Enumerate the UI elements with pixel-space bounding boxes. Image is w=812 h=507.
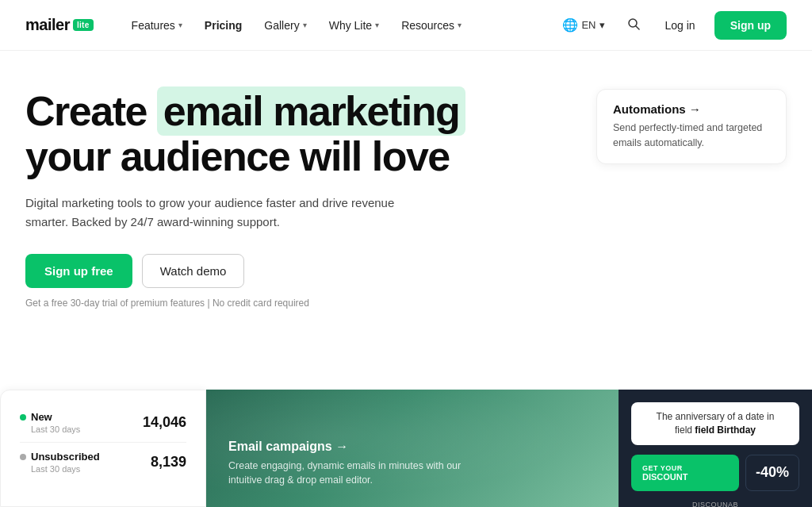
discount-bottom-label: DISCOUNAB bbox=[631, 501, 799, 507]
nav-item-pricing[interactable]: Pricing bbox=[195, 13, 251, 38]
hero-subtext: Digital marketing tools to grow your aud… bbox=[25, 194, 438, 232]
discount-row: GET YOUR DISCOUNT -40% bbox=[631, 455, 799, 491]
email-campaigns-description: Create engaging, dynamic emails in minut… bbox=[228, 459, 482, 489]
stat-sublabel-new: Last 30 days bbox=[20, 424, 80, 434]
stat-label-unsub: Unsubscribed bbox=[20, 451, 100, 463]
email-campaigns-title: Email campaigns → bbox=[228, 440, 596, 454]
stats-panel: New Last 30 days 14,046 Unsubscribed Las… bbox=[0, 390, 206, 507]
nav-item-gallery[interactable]: Gallery ▾ bbox=[255, 13, 316, 38]
nav-item-resources[interactable]: Resources ▾ bbox=[392, 13, 471, 38]
svg-line-1 bbox=[636, 26, 639, 29]
logo[interactable]: mailer lite bbox=[25, 16, 94, 34]
chevron-down-icon: ▾ bbox=[178, 21, 182, 29]
discount-get-label: GET YOUR bbox=[642, 464, 728, 472]
signup-free-button[interactable]: Sign up free bbox=[25, 254, 132, 288]
stat-row-unsub: Unsubscribed Last 30 days 8,139 bbox=[20, 442, 186, 482]
stat-sublabel-unsub: Last 30 days bbox=[20, 464, 100, 474]
nav-item-why-lite[interactable]: Why Lite ▾ bbox=[320, 13, 389, 38]
language-selector[interactable]: 🌐 EN ▾ bbox=[556, 13, 611, 37]
stat-value-unsub: 8,139 bbox=[151, 454, 186, 471]
globe-icon: 🌐 bbox=[562, 17, 578, 33]
chevron-down-icon: ▾ bbox=[599, 19, 605, 31]
nav-links: Features ▾ Pricing Gallery ▾ Why Lite ▾ … bbox=[122, 13, 557, 38]
chevron-down-icon: ▾ bbox=[375, 21, 379, 29]
hero-note: Get a free 30-day trial of premium featu… bbox=[25, 298, 787, 309]
chevron-down-icon: ▾ bbox=[458, 21, 462, 29]
email-campaigns-panel: Email campaigns → Create engaging, dynam… bbox=[206, 390, 619, 507]
logo-text: mailer bbox=[25, 16, 70, 34]
nav-item-features[interactable]: Features ▾ bbox=[122, 13, 192, 38]
headline-highlight: email marketing bbox=[157, 86, 465, 136]
hero-section: Create email marketing your audience wil… bbox=[0, 51, 812, 309]
chevron-down-icon: ▾ bbox=[303, 21, 307, 29]
dot-green-icon bbox=[20, 414, 26, 421]
discount-percent-box: -40% bbox=[745, 455, 799, 491]
dot-gray-icon bbox=[20, 454, 26, 460]
discount-percent: -40% bbox=[756, 464, 789, 481]
stat-value-new: 14,046 bbox=[143, 414, 186, 431]
discount-green-box: GET YOUR DISCOUNT bbox=[631, 455, 739, 491]
stat-label-group-new: New Last 30 days bbox=[20, 411, 80, 434]
signup-button[interactable]: Sign up bbox=[714, 11, 787, 40]
logo-badge: lite bbox=[73, 19, 94, 31]
discount-title: DISCOUNT bbox=[642, 472, 728, 482]
stat-row-new: New Last 30 days 14,046 bbox=[20, 403, 186, 442]
stat-label-group-unsub: Unsubscribed Last 30 days bbox=[20, 451, 100, 474]
search-icon[interactable] bbox=[621, 11, 646, 40]
automations-description: Send perfectly-timed and targeted emails… bbox=[613, 121, 770, 151]
bottom-section: New Last 30 days 14,046 Unsubscribed Las… bbox=[0, 390, 812, 507]
navbar: mailer lite Features ▾ Pricing Gallery ▾… bbox=[0, 0, 812, 51]
nav-right: 🌐 EN ▾ Log in Sign up bbox=[556, 11, 787, 40]
automations-card: Automations → Send perfectly-timed and t… bbox=[596, 89, 787, 164]
hero-buttons: Sign up free Watch demo bbox=[25, 254, 787, 288]
login-button[interactable]: Log in bbox=[656, 13, 705, 38]
stat-label-new: New bbox=[20, 411, 80, 423]
hero-headline: Create email marketing your audience wil… bbox=[25, 89, 549, 179]
watch-demo-button[interactable]: Watch demo bbox=[142, 254, 245, 288]
birthday-card: The anniversary of a date in field field… bbox=[631, 402, 799, 445]
dark-panel: The anniversary of a date in field field… bbox=[619, 390, 812, 507]
automations-title: Automations → bbox=[613, 102, 770, 116]
